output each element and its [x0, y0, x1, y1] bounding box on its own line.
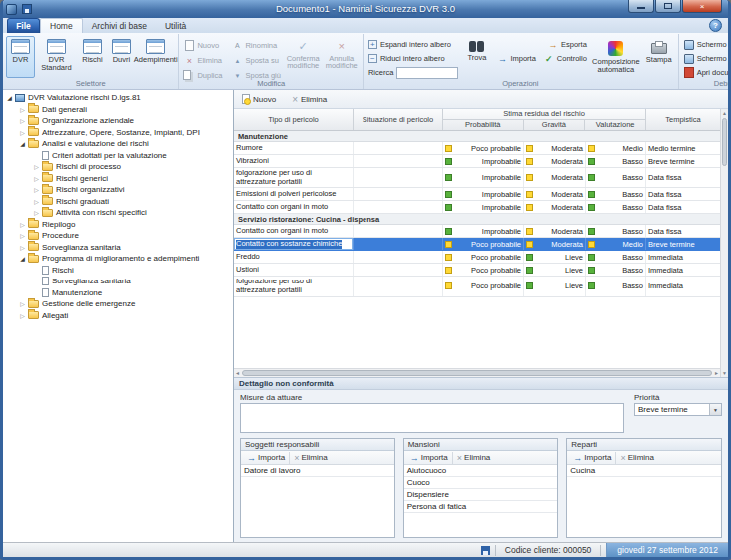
tree-item[interactable]: Dati generali	[3, 104, 233, 116]
tree-expander-icon[interactable]	[32, 197, 41, 206]
tree-expander-icon[interactable]	[18, 311, 27, 320]
cell-probabilita[interactable]: Improbabile	[443, 168, 524, 187]
new-row-button[interactable]: Nuovo	[242, 94, 276, 104]
column-header-tipo[interactable]: Tipo di pericolo	[234, 109, 354, 130]
cell-valutazione[interactable]: Basso	[586, 277, 646, 295]
tree-expander-icon[interactable]	[32, 162, 41, 171]
cell-situazione[interactable]	[354, 277, 443, 295]
table-row[interactable]: Contatto con organi in moto Improbabile …	[234, 225, 720, 238]
tree-expander-icon[interactable]	[18, 220, 27, 229]
cell-valutazione[interactable]: Basso	[586, 201, 646, 213]
cancel-changes-button[interactable]: × Annulla modifiche	[323, 38, 359, 80]
cell-situazione[interactable]	[354, 168, 443, 187]
cell-tipo-di-pericolo[interactable]: Ustioni	[234, 264, 354, 276]
cell-tempistica[interactable]: Immediata	[646, 251, 720, 263]
table-row[interactable]: Rumore Poco probabile Moderata	[234, 142, 720, 155]
find-button[interactable]: Trova	[462, 38, 491, 80]
cell-gravita[interactable]: Moderata	[524, 238, 586, 250]
list-item[interactable]: Aiutocuoco	[404, 465, 558, 477]
cell-valutazione[interactable]: Basso	[586, 155, 646, 167]
table-row[interactable]: Vibrazioni Improbabile Moderata	[234, 155, 720, 168]
maximize-button[interactable]	[655, 0, 681, 13]
check-button[interactable]: Controllo	[542, 52, 589, 65]
cell-gravita[interactable]: Lieve	[524, 277, 586, 295]
cell-gravita[interactable]: Lieve	[524, 264, 586, 276]
ribbon-tab[interactable]: Archivi di base	[83, 18, 156, 33]
horizontal-scroll-thumb[interactable]	[242, 370, 712, 376]
list-item[interactable]: Cucina	[567, 465, 721, 477]
table-row[interactable]: Emissioni di polveri pericolose Improbab…	[234, 188, 720, 201]
tree-expander-icon[interactable]	[18, 243, 27, 252]
cell-situazione[interactable]	[354, 251, 443, 263]
modifica-button[interactable]: Nuovo	[182, 39, 224, 52]
cell-probabilita[interactable]: Improbabile	[443, 188, 524, 200]
cell-probabilita[interactable]: Poco probabile	[443, 238, 524, 250]
tree-item[interactable]: Riepilogo	[3, 219, 233, 231]
cell-gravita[interactable]: Moderata	[524, 225, 586, 237]
column-header-tempistica[interactable]: Tempistica	[646, 109, 720, 130]
tree-expander-icon[interactable]	[18, 299, 27, 308]
group-row-servizio-ristorazione[interactable]: Servizio ristorazione: Cucina - dispensa	[234, 214, 720, 225]
cell-valutazione[interactable]: Basso	[586, 168, 646, 187]
cell-probabilita[interactable]: Improbabile	[443, 201, 524, 213]
cell-probabilita[interactable]: Poco probabile	[443, 251, 524, 263]
cell-gravita[interactable]: Moderata	[524, 188, 586, 200]
cell-gravita[interactable]: Lieve	[524, 251, 586, 263]
tree-item[interactable]: Rischi	[3, 265, 233, 277]
scroll-down-icon[interactable]: ▼	[722, 370, 727, 376]
cell-probabilita[interactable]: Poco probabile	[443, 142, 524, 154]
cell-gravita[interactable]: Moderata	[524, 142, 586, 154]
selector-button[interactable]: DVR	[6, 36, 35, 78]
table-row[interactable]: Contatto con sostanze chimiche Poco prob…	[234, 238, 720, 251]
tree-item[interactable]: Attrezzature, Opere, Sostanze, Impianti,…	[3, 127, 233, 139]
chevron-down-icon[interactable]: ▼	[709, 404, 721, 415]
cell-situazione[interactable]	[354, 201, 443, 213]
tree-item[interactable]: Rischi organizzativi	[3, 184, 233, 196]
minimize-button[interactable]	[628, 0, 654, 13]
modifica-button[interactable]: Sposta su	[230, 54, 282, 67]
selector-button[interactable]: Adempimenti	[136, 36, 175, 78]
scroll-left-icon[interactable]: ◄	[235, 370, 240, 376]
delete-row-button[interactable]: Elimina	[292, 94, 327, 105]
cell-situazione[interactable]	[354, 142, 443, 154]
close-button[interactable]: ×	[682, 0, 722, 13]
cell-gravita[interactable]: Moderata	[524, 201, 586, 213]
tree-expander-icon[interactable]	[18, 116, 27, 125]
cell-tipo-di-pericolo[interactable]: Vibrazioni	[234, 155, 354, 167]
tree-item[interactable]: Analisi e valutazione dei rischi	[3, 138, 233, 150]
column-header-gravita[interactable]: Gravità	[524, 120, 586, 130]
cell-situazione[interactable]	[354, 155, 443, 167]
cell-tipo-di-pericolo[interactable]: Contatto con sostanze chimiche	[234, 238, 354, 250]
tree-item[interactable]: Manutenzione	[3, 287, 233, 299]
column-header-valutazione[interactable]: Valutazione	[585, 120, 645, 130]
tree-item[interactable]: Rischi di processo	[3, 161, 233, 173]
list-item[interactable]: Persona di fatica	[404, 501, 558, 513]
scroll-right-icon[interactable]: ►	[714, 370, 719, 376]
help-button[interactable]: ?	[709, 19, 722, 32]
cell-situazione[interactable]	[354, 264, 443, 276]
cell-tipo-di-pericolo[interactable]: Contatto con organi in moto	[234, 225, 354, 237]
tree-item[interactable]: Criteri adottati per la valutazione	[3, 150, 233, 162]
column-header-stima[interactable]: Stima residua del rischio	[443, 109, 645, 120]
tree-expander-icon[interactable]	[18, 128, 27, 137]
cell-tempistica[interactable]: Data fissa	[646, 168, 720, 187]
export-button[interactable]: Esporta	[546, 38, 589, 51]
cell-valutazione[interactable]: Basso	[586, 264, 646, 276]
table-row[interactable]: Freddo Poco probabile Lieve	[234, 251, 720, 264]
tree-expander-icon[interactable]	[18, 254, 27, 263]
import-button[interactable]: Importa	[569, 452, 615, 464]
tree-item[interactable]: Procedure	[3, 230, 233, 242]
cell-situazione[interactable]	[354, 188, 443, 200]
scroll-up-icon[interactable]: ▲	[722, 110, 727, 116]
cell-situazione[interactable]	[354, 225, 443, 237]
titlebar[interactable]: Documento1 - Namirial Sicurezza DVR 3.0 …	[3, 0, 728, 18]
import-button[interactable]: Importa	[406, 452, 452, 464]
cell-tempistica[interactable]: Medio termine	[646, 142, 720, 154]
cell-tipo-di-pericolo[interactable]: Freddo	[234, 251, 354, 263]
table-row[interactable]: folgorazione per uso di attrezzature por…	[234, 168, 720, 188]
cell-probabilita[interactable]: Poco probabile	[443, 277, 524, 295]
delete-button[interactable]: Elimina	[289, 452, 332, 464]
group-row-manutenzione[interactable]: Manutenzione	[234, 131, 720, 142]
cell-tipo-di-pericolo[interactable]: folgorazione per uso di attrezzature por…	[234, 168, 354, 187]
cell-gravita[interactable]: Moderata	[524, 168, 586, 187]
